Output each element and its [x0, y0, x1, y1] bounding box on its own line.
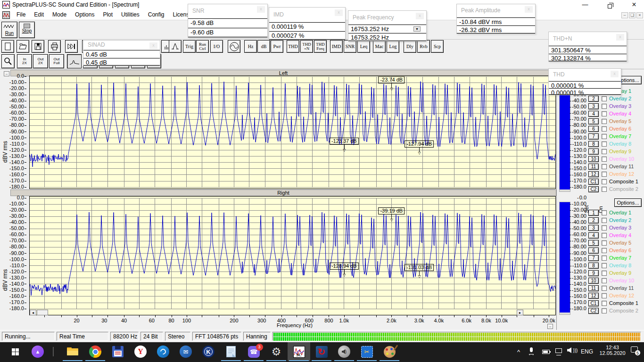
magnifier-button[interactable] [1, 54, 15, 68]
overlay-set-button-8[interactable]: 8 [588, 141, 599, 147]
overlay-set-button-10[interactable]: 10 [588, 156, 599, 162]
minimize-icon[interactable]: — [577, 0, 593, 10]
close-icon[interactable]: x [335, 9, 343, 16]
overlay-checkbox-C1[interactable] [602, 301, 607, 306]
close-icon[interactable]: x [149, 42, 157, 49]
taskbar-icon-spectraplus[interactable]: SC [288, 342, 310, 361]
overlay-set-button-3[interactable]: 3 [588, 103, 599, 109]
overlay-checkbox-5[interactable] [602, 119, 607, 124]
zoom-out-2x-button[interactable]: Out2X [33, 54, 48, 68]
network-icon[interactable] [555, 348, 562, 355]
scrollbar-right-icon[interactable]: ► [517, 310, 523, 315]
spectrum-plot-left[interactable] [29, 75, 556, 189]
overlay-checkbox-9[interactable] [602, 149, 607, 154]
overlay-set-button-C1[interactable]: C1 [588, 300, 599, 306]
toolbar-button-run-ctrl[interactable]: RunCtrl [196, 40, 209, 53]
battery-icon[interactable] [542, 349, 550, 355]
toolbar-button-thd[interactable]: THD [287, 40, 299, 53]
taskbar-icon-chrome[interactable] [84, 342, 107, 361]
toolbar-button-rvb[interactable]: Rvb [417, 40, 430, 53]
overlay-checkbox-5[interactable] [602, 240, 607, 246]
menu-item-mode[interactable]: Mode [48, 10, 71, 20]
taskbar-icon-save-floppy[interactable] [107, 342, 129, 361]
menu-item-file[interactable]: File [12, 10, 30, 20]
overlay-checkbox-12[interactable] [602, 293, 607, 298]
open-file-button[interactable] [17, 40, 29, 53]
overlay-set-button-C1[interactable]: C1 [588, 179, 599, 185]
stop-button[interactable]: Stop [19, 22, 35, 38]
taskbar-icon-comss[interactable]: ↻ [310, 342, 333, 361]
overlay-checkbox-3[interactable] [602, 104, 607, 109]
toolbar-button-thd-n[interactable]: THD+N [300, 40, 313, 53]
overlay-set-button-12[interactable]: 12 [588, 171, 599, 177]
overlay-set-button-1[interactable]: 1 [588, 210, 599, 216]
overlay-checkbox-12[interactable] [602, 172, 607, 177]
run-button[interactable]: Run [1, 22, 17, 38]
taskbar-icon-volume-app[interactable]: ) [333, 342, 355, 361]
close-icon[interactable]: x [611, 71, 619, 77]
overlay-set-button-11[interactable]: 11 [588, 164, 599, 170]
overlay-checkbox-7[interactable] [602, 134, 607, 139]
taskbar-icon-start[interactable] [4, 342, 26, 361]
scrollbar-left-icon[interactable]: ◄ [30, 310, 36, 315]
overlay-checkbox-4[interactable] [602, 233, 607, 238]
menu-item-config[interactable]: Config [144, 10, 169, 20]
spectrum-plot-right[interactable] [29, 196, 556, 315]
close-icon[interactable]: × [626, 0, 642, 10]
restore-icon[interactable] [602, 0, 618, 10]
overlay-checkbox-1[interactable] [602, 210, 607, 215]
menu-item-plot[interactable]: Plot [99, 10, 117, 20]
toolbar-button-scp[interactable]: Scp [431, 40, 444, 53]
overlay-set-button-6[interactable]: 6 [588, 126, 599, 132]
close-icon[interactable]: x [257, 6, 265, 13]
menu-item-utilities[interactable]: Utilities [117, 10, 144, 20]
overlay-set-button-7[interactable]: 7 [588, 255, 599, 261]
toolbar-button-mac[interactable]: Mac [373, 40, 386, 53]
sine-generator-button[interactable] [228, 40, 240, 53]
overlay-checkbox-6[interactable] [602, 248, 607, 253]
toolbar-button-log[interactable]: Log [387, 40, 399, 53]
taskbar-icon-sputnik-browser[interactable] [152, 342, 174, 361]
taskbar-icon-viber[interactable]: ☎3 [242, 342, 265, 361]
taskbar-icon-yandex-alice[interactable]: ▲ [26, 342, 49, 361]
spectrum-curve-button[interactable] [67, 54, 82, 68]
overlay-set-button-C2[interactable]: C2 [588, 186, 599, 192]
overlay-set-button-7[interactable]: 7 [588, 133, 599, 140]
overlay-set-button-9[interactable]: 9 [588, 148, 599, 155]
overlay-checkbox-2[interactable] [602, 218, 607, 223]
overlay-checkbox-9[interactable] [602, 271, 607, 276]
toolbar-button-pwr[interactable]: Pwr [271, 40, 283, 53]
scrollbar-thumb[interactable] [37, 310, 48, 315]
save-button[interactable] [32, 40, 44, 53]
overlay-set-button-2[interactable]: 2 [588, 96, 599, 102]
overlay-set-button-10[interactable]: 10 [588, 278, 599, 284]
close-icon[interactable]: x [616, 34, 624, 41]
overlay-set-button-C2[interactable]: C2 [588, 308, 599, 314]
overlay-set-button-12[interactable]: 12 [588, 293, 599, 299]
toolbar-button-snr[interactable]: SNR [344, 40, 356, 53]
overlay-checkbox-C2[interactable] [602, 308, 607, 313]
caliper-button[interactable] [169, 40, 182, 53]
tray-chevron-up-icon[interactable]: ^ [517, 348, 520, 355]
pane-minimize-icon[interactable]: – [547, 324, 553, 329]
toolbar-button-hz[interactable]: Hz [244, 40, 257, 53]
taskbar-icon-kinopoisk[interactable]: K [197, 342, 220, 361]
overlay-checkbox-C2[interactable] [602, 187, 607, 192]
taskbar-icon-settings-gear[interactable]: ⚙ [265, 342, 288, 361]
menu-item-options[interactable]: Options [71, 10, 99, 20]
overlay-checkbox-3[interactable] [602, 225, 607, 230]
overlay-set-button-4[interactable]: 4 [588, 232, 599, 239]
overlay-set-button-2[interactable]: 2 [588, 217, 599, 223]
taskbar-icon-snipping-tool[interactable]: ✂ [355, 342, 378, 361]
microphone-icon[interactable] [530, 347, 534, 355]
taskbar-icon-notepad[interactable] [220, 342, 242, 361]
overlay-checkbox-2[interactable] [602, 96, 607, 101]
toolbar-button-trig[interactable]: Trig [183, 40, 196, 53]
overlay-set-button-11[interactable]: 11 [588, 285, 599, 291]
zoom-in-2x-button[interactable]: In2X [17, 54, 32, 68]
new-document-button[interactable] [1, 40, 14, 53]
overlay-set-button-3[interactable]: 3 [588, 225, 599, 231]
close-icon[interactable]: x [416, 13, 424, 19]
zoom-out-full-button[interactable]: OutFull [49, 54, 64, 68]
overlay-set-button-5[interactable]: 5 [588, 118, 599, 124]
